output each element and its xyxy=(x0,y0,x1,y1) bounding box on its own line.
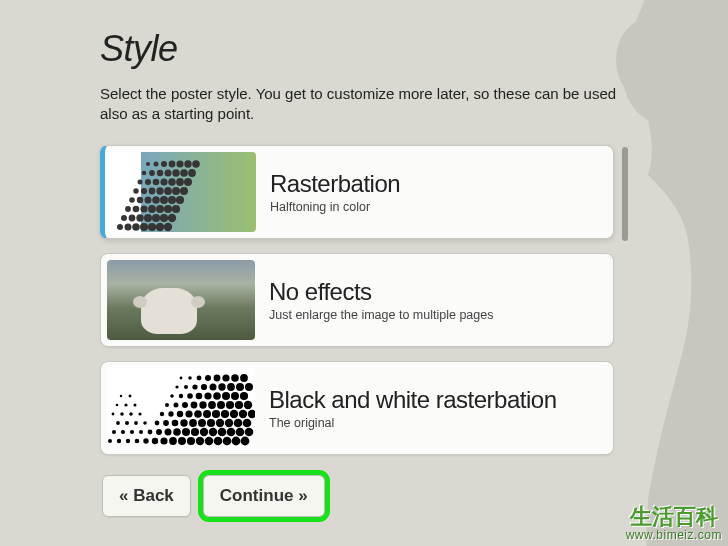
svg-point-141 xyxy=(227,427,236,436)
svg-point-103 xyxy=(168,411,173,416)
svg-point-142 xyxy=(236,427,245,436)
svg-point-8 xyxy=(142,170,147,175)
svg-point-33 xyxy=(160,196,168,204)
svg-point-91 xyxy=(191,401,198,408)
back-button[interactable]: « Back xyxy=(102,475,191,517)
svg-point-77 xyxy=(179,393,183,397)
svg-point-6 xyxy=(184,160,191,167)
svg-point-143 xyxy=(245,427,254,436)
svg-point-67 xyxy=(192,384,197,389)
svg-point-96 xyxy=(235,400,243,408)
svg-point-89 xyxy=(174,402,179,407)
svg-point-131 xyxy=(139,430,143,434)
svg-point-39 xyxy=(148,205,156,213)
svg-point-108 xyxy=(212,409,220,417)
style-list: Rasterbation Halftoning in color No effe… xyxy=(100,145,614,455)
page-title: Style xyxy=(100,28,628,70)
rasterbation-preview xyxy=(108,152,256,232)
svg-point-126 xyxy=(234,418,243,427)
svg-point-155 xyxy=(205,436,214,445)
svg-point-49 xyxy=(168,213,176,221)
svg-point-58 xyxy=(188,376,192,380)
svg-point-5 xyxy=(176,160,183,167)
svg-point-144 xyxy=(108,439,112,443)
svg-point-106 xyxy=(194,410,202,418)
continue-button[interactable]: Continue » xyxy=(203,475,325,517)
svg-point-88 xyxy=(165,403,169,407)
style-name: No effects xyxy=(269,278,607,306)
svg-point-37 xyxy=(133,205,140,212)
no-effects-preview xyxy=(107,260,255,340)
svg-point-60 xyxy=(205,375,211,381)
svg-point-66 xyxy=(184,385,188,389)
svg-point-51 xyxy=(125,223,132,230)
svg-point-36 xyxy=(125,206,131,212)
svg-point-95 xyxy=(226,400,234,408)
svg-point-78 xyxy=(187,393,193,399)
svg-point-125 xyxy=(225,418,233,426)
svg-point-9 xyxy=(149,170,155,176)
svg-point-82 xyxy=(222,392,230,400)
svg-point-34 xyxy=(168,196,176,204)
svg-point-48 xyxy=(160,213,168,221)
svg-point-40 xyxy=(156,205,164,213)
svg-point-145 xyxy=(117,438,121,442)
svg-point-137 xyxy=(191,427,199,435)
svg-point-113 xyxy=(116,421,120,425)
svg-point-121 xyxy=(189,419,197,427)
svg-point-59 xyxy=(197,375,202,380)
svg-point-2 xyxy=(154,161,159,166)
svg-point-1 xyxy=(146,162,150,166)
svg-point-100 xyxy=(129,412,133,416)
style-description: Just enlarge the image to multiple pages xyxy=(269,308,607,322)
svg-point-38 xyxy=(140,205,147,212)
svg-point-79 xyxy=(196,392,203,399)
svg-point-72 xyxy=(236,383,244,391)
svg-point-139 xyxy=(209,427,217,435)
svg-point-122 xyxy=(198,419,206,427)
svg-point-28 xyxy=(180,187,188,195)
svg-point-102 xyxy=(160,411,164,415)
svg-point-45 xyxy=(136,214,143,221)
svg-point-151 xyxy=(169,437,177,445)
svg-point-44 xyxy=(129,214,136,221)
svg-point-147 xyxy=(135,438,140,443)
svg-point-52 xyxy=(132,223,140,231)
svg-point-115 xyxy=(134,421,138,425)
svg-point-128 xyxy=(112,430,116,434)
svg-point-148 xyxy=(143,438,148,443)
svg-point-83 xyxy=(231,392,239,400)
watermark-url: www.bimeiz.com xyxy=(626,528,722,542)
svg-point-68 xyxy=(201,383,207,389)
page-description: Select the poster style. You get to cust… xyxy=(100,84,620,125)
svg-point-25 xyxy=(156,187,163,194)
svg-point-109 xyxy=(221,409,229,417)
style-option-rasterbation[interactable]: Rasterbation Halftoning in color xyxy=(100,145,614,239)
style-name: Rasterbation xyxy=(270,170,607,198)
svg-point-11 xyxy=(165,169,172,176)
svg-point-110 xyxy=(230,409,238,417)
svg-point-92 xyxy=(199,401,206,408)
svg-point-94 xyxy=(217,401,225,409)
svg-point-154 xyxy=(196,436,204,444)
style-option-no-effects[interactable]: No effects Just enlarge the image to mul… xyxy=(100,253,614,347)
svg-point-81 xyxy=(213,392,221,400)
svg-point-47 xyxy=(152,213,160,221)
svg-point-21 xyxy=(184,178,192,186)
style-option-bw-rasterbation[interactable]: Black and white rasterbation The origina… xyxy=(100,361,614,455)
svg-point-120 xyxy=(180,419,187,426)
svg-point-19 xyxy=(168,178,176,186)
svg-point-124 xyxy=(216,418,224,426)
svg-point-10 xyxy=(157,169,163,175)
svg-point-53 xyxy=(140,223,148,231)
svg-point-22 xyxy=(133,188,138,193)
svg-point-138 xyxy=(200,427,208,435)
svg-point-87 xyxy=(134,403,137,406)
svg-point-65 xyxy=(175,385,178,388)
svg-point-150 xyxy=(160,437,167,444)
svg-point-132 xyxy=(148,429,153,434)
svg-point-43 xyxy=(121,215,127,221)
svg-point-135 xyxy=(173,428,181,436)
svg-point-32 xyxy=(152,196,160,204)
scrollbar[interactable] xyxy=(622,147,628,241)
